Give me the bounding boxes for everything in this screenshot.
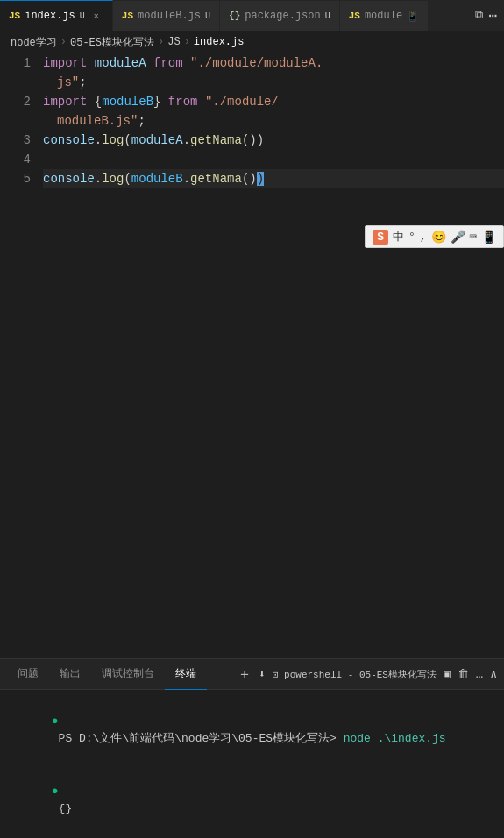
ime-emoji[interactable]: 😊 — [431, 230, 446, 245]
maximize-panel-icon[interactable]: ∧ — [490, 667, 497, 681]
layout-icon[interactable]: ▣ — [444, 667, 451, 681]
line-num-4: 4 — [0, 150, 31, 169]
term-line-1: ● PS D:\文件\前端代码\node学习\05-ES模块化写法> node … — [11, 695, 493, 765]
panel-actions: ＋ ⬇ ⊡ powershell - 05-ES模块化写法 ▣ 🗑 … ∧ — [238, 665, 497, 684]
tab-package-json[interactable]: {} package.json U — [220, 0, 340, 31]
panel-tab-debug-label: 调试控制台 — [102, 666, 154, 681]
tab-modified: U — [80, 11, 85, 21]
panel-tab-bar: 问题 输出 调试控制台 终端 ＋ ⬇ ⊡ powershell - 05-ES模… — [0, 659, 504, 690]
breadcrumb-sep2: › — [158, 36, 164, 48]
panel-tab-output[interactable]: 输出 — [49, 659, 91, 690]
term-dot-2: ● — [52, 785, 59, 798]
more-panel-icon[interactable]: … — [476, 667, 483, 681]
panel-tab-output-label: 输出 — [60, 666, 81, 681]
ime-mic[interactable]: 🎤 — [451, 230, 465, 245]
tab-label3: package.json — [245, 10, 320, 22]
tab-bar: JS index.js U ✕ JS moduleB.js U {} packa… — [0, 0, 504, 31]
panel-tab-problems[interactable]: 问题 — [7, 659, 49, 690]
delete-terminal-icon[interactable]: 🗑 — [458, 668, 469, 681]
terminal-split-icon[interactable]: ⬇ — [259, 667, 266, 681]
tab-moduleb-js[interactable]: JS moduleB.js U — [113, 0, 220, 31]
ime-dot: ° — [408, 231, 415, 244]
breadcrumb-node: node学习 — [11, 35, 57, 50]
breadcrumb-sep1: › — [60, 36, 67, 48]
ime-s-logo: S — [373, 230, 388, 245]
breadcrumb-sep3: › — [184, 36, 190, 48]
line-num-1: 1 — [0, 53, 31, 73]
tab-module[interactable]: JS module 📱 — [340, 0, 429, 31]
term-dot-1: ● — [52, 714, 59, 728]
tab-actions: ⧉ ⋯ — [475, 7, 504, 25]
line-num-5: 5 — [0, 169, 31, 188]
editor: 1 1 2 1 3 4 5 import moduleA from "./mod… — [0, 53, 504, 483]
tab-index-js[interactable]: JS index.js U ✕ — [0, 0, 113, 31]
tab-phone-icon: 📱 — [407, 11, 419, 22]
editor-empty-space — [0, 483, 504, 658]
panel-tab-problems-label: 问题 — [18, 666, 39, 681]
powershell-label: ⊡ powershell - 05-ES模块化写法 — [273, 668, 437, 681]
tab-close-icon[interactable]: ✕ — [89, 9, 103, 23]
tab-label2: moduleB.js — [138, 10, 201, 22]
line-num-2: 2 — [0, 92, 31, 111]
term-cmd-1: node .\index.js — [344, 732, 446, 745]
tab-js-icon2: JS — [122, 11, 133, 21]
line-num-3: 3 — [0, 131, 31, 150]
breadcrumb-file: index.js — [194, 36, 245, 48]
tab-label4: module — [365, 10, 402, 22]
tab-js-icon3: JS — [349, 11, 360, 21]
code-line-3: console.log(moduleA.getNama()) — [43, 131, 504, 150]
terminal-panel: 问题 输出 调试控制台 终端 ＋ ⬇ ⊡ powershell - 05-ES模… — [0, 658, 504, 838]
split-editor-icon[interactable]: ⧉ — [475, 9, 483, 22]
panel-tab-terminal[interactable]: 终端 — [165, 659, 207, 690]
tab-js-icon: JS — [9, 11, 20, 21]
breadcrumb-folder: 05-ES模块化写法 — [70, 35, 154, 50]
code-line-2: import {moduleB} from "./module/ — [43, 92, 504, 111]
breadcrumb: node学习 › 05-ES模块化写法 › JS › index.js — [0, 31, 504, 53]
more-icon[interactable]: ⋯ — [488, 7, 497, 25]
add-terminal-icon[interactable]: ＋ — [238, 665, 252, 684]
panel-tab-terminal-label: 终端 — [175, 666, 196, 681]
term-line-2: ● {} — [11, 765, 493, 835]
ime-phone[interactable]: 📱 — [481, 230, 496, 245]
code-line-4 — [43, 150, 504, 169]
terminal-content[interactable]: ● PS D:\文件\前端代码\node学习\05-ES模块化写法> node … — [0, 690, 504, 838]
line-numbers: 1 1 2 1 3 4 5 — [0, 53, 39, 483]
tab-modified2: U — [205, 11, 210, 21]
term-prompt-1: PS D:\文件\前端代码\node学习\05-ES模块化写法> — [52, 732, 344, 745]
tab-label: index.js — [25, 10, 75, 22]
ime-chinese[interactable]: 中 — [393, 229, 404, 245]
ime-keyboard[interactable]: ⌨ — [470, 230, 477, 245]
tab-json-icon: {} — [229, 11, 240, 21]
code-line-5: console.log(moduleB.getNama()) — [43, 169, 504, 188]
ime-comma: , — [420, 231, 427, 244]
code-line-1b: js"; — [43, 73, 504, 92]
panel-tab-debug[interactable]: 调试控制台 — [91, 659, 165, 690]
ime-toolbar: S 中 ° , 😊 🎤 ⌨ 📱 — [365, 225, 504, 248]
breadcrumb-type: JS — [167, 36, 180, 48]
code-content[interactable]: import moduleA from "./module/moduleA. j… — [39, 53, 504, 483]
tab-modified3: U — [325, 11, 330, 21]
code-line-2b: moduleB.js"; — [43, 111, 504, 131]
code-line-1: import moduleA from "./module/moduleA. — [43, 53, 504, 73]
term-output-1: {} — [52, 802, 72, 815]
